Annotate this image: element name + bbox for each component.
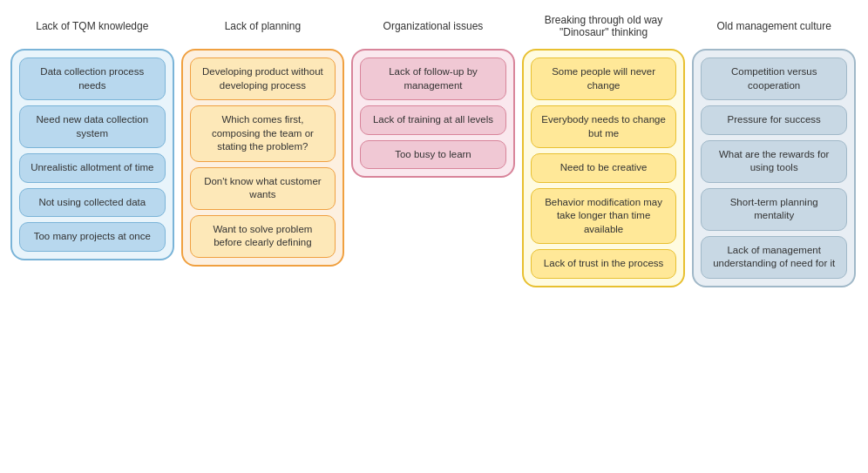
column-title-col-yellow: Breaking through old way "Dinosaur" thin…: [522, 10, 686, 42]
column-title-col-gray: Old management culture: [716, 10, 831, 42]
column-title-col-blue: Lack of TQM knowledge: [36, 10, 148, 42]
column-container-col-blue: Data collection process needsNeed new da…: [10, 49, 174, 260]
card-col-gray-4: Lack of management understanding of need…: [701, 236, 847, 279]
column-container-col-orange: Developing product without developing pr…: [181, 49, 345, 267]
card-col-blue-2: Unrealistic allotment of time: [19, 153, 166, 183]
column-container-col-yellow: Some people will never changeEverybody n…: [522, 49, 686, 287]
card-col-gray-2: What are the rewards for using tools: [701, 140, 847, 183]
card-col-orange-1: Which comes first, composing the team or…: [190, 105, 336, 162]
card-col-blue-0: Data collection process needs: [19, 57, 166, 100]
card-col-yellow-3: Behavior modification may take longer th…: [531, 188, 677, 245]
column-title-col-pink: Organizational issues: [383, 10, 484, 42]
column-col-orange: Lack of planningDeveloping product witho…: [181, 10, 345, 287]
column-col-pink: Organizational issuesLack of follow-up b…: [351, 10, 515, 287]
column-container-col-pink: Lack of follow-up by managementLack of t…: [351, 49, 515, 178]
card-col-gray-3: Short-term planning mentality: [701, 188, 847, 231]
card-col-pink-0: Lack of follow-up by management: [360, 57, 506, 100]
card-col-pink-1: Lack of training at all levels: [360, 105, 506, 135]
column-col-blue: Lack of TQM knowledgeData collection pro…: [10, 10, 174, 287]
card-col-yellow-4: Lack of trust in the process: [531, 249, 677, 279]
card-col-orange-2: Don't know what customer wants: [190, 167, 336, 210]
card-col-blue-4: Too many projects at once: [19, 222, 166, 252]
card-col-gray-0: Competition versus cooperation: [701, 57, 847, 100]
card-col-blue-3: Not using collected data: [19, 188, 166, 218]
card-col-yellow-2: Need to be creative: [531, 153, 677, 183]
column-title-col-orange: Lack of planning: [225, 10, 301, 42]
card-col-orange-0: Developing product without developing pr…: [190, 57, 336, 100]
column-col-gray: Old management cultureCompetition versus…: [692, 10, 856, 287]
card-col-yellow-1: Everybody needs to change but me: [531, 105, 677, 148]
column-container-col-gray: Competition versus cooperationPressure f…: [692, 49, 856, 287]
card-col-orange-3: Want to solve problem before clearly def…: [190, 215, 336, 258]
column-col-yellow: Breaking through old way "Dinosaur" thin…: [522, 10, 686, 287]
card-col-pink-2: Too busy to learn: [360, 140, 506, 170]
diagram-container: Lack of TQM knowledgeData collection pro…: [10, 10, 856, 287]
card-col-yellow-0: Some people will never change: [531, 57, 677, 100]
card-col-gray-1: Pressure for success: [701, 105, 847, 135]
card-col-blue-1: Need new data collection system: [19, 105, 166, 148]
